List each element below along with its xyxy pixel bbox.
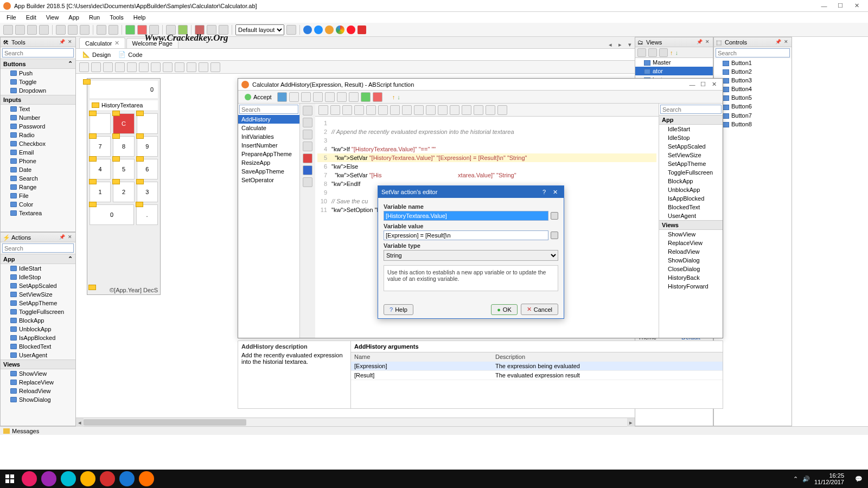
ct-format-icon[interactable]	[486, 105, 495, 115]
fw-arrow-up-icon[interactable]: ↑	[392, 94, 395, 100]
list-item[interactable]: Color	[1, 200, 75, 209]
list-item[interactable]: Button7	[714, 111, 792, 120]
calc-button[interactable]: 0	[90, 204, 134, 225]
dialog-ok-button[interactable]: ●OK	[491, 304, 518, 315]
list-item[interactable]: Button2	[714, 67, 792, 76]
list-item[interactable]: Button3	[714, 76, 792, 85]
fw-new-icon[interactable]	[289, 92, 299, 102]
arg-row[interactable]: [Result]The evaluated expression result	[351, 371, 723, 380]
taskbar-app4-icon[interactable]	[80, 471, 95, 486]
calc-button[interactable]: .	[136, 204, 158, 225]
list-item[interactable]: Phone	[1, 157, 75, 165]
tb-android-icon[interactable]	[178, 25, 188, 35]
calc-button[interactable]: C	[113, 113, 134, 134]
ct-undo-icon[interactable]	[426, 105, 436, 115]
list-item[interactable]: Password	[1, 122, 75, 131]
list-item[interactable]: ShowView	[1, 369, 75, 378]
palette-item[interactable]: UnblockApp	[659, 185, 723, 194]
dt-align2-icon[interactable]	[151, 62, 161, 72]
tb-redo-icon[interactable]	[108, 25, 118, 35]
dialog-help-icon[interactable]: ?	[539, 189, 550, 195]
palette-item[interactable]: BlockApp	[659, 177, 723, 185]
actions-pin-icon[interactable]: 📌	[59, 234, 65, 241]
list-item[interactable]: Button4	[714, 85, 792, 93]
dt-grid-icon[interactable]	[91, 62, 101, 72]
tab-nav-left-icon[interactable]: ◂	[605, 41, 615, 48]
mi-word-icon[interactable]	[303, 165, 312, 175]
ct-comment-icon[interactable]	[378, 105, 388, 115]
tb-open-icon[interactable]	[15, 25, 25, 35]
controls-close-icon[interactable]: ✕	[783, 39, 789, 46]
list-item[interactable]: UserAgent	[1, 351, 75, 359]
mi-book-icon[interactable]	[303, 106, 312, 115]
taskbar-app1-icon[interactable]	[22, 471, 37, 486]
tab-nav-right-icon[interactable]: ▸	[615, 41, 625, 48]
firefox-icon[interactable]	[325, 25, 334, 34]
fw-up-icon[interactable]	[325, 92, 335, 102]
dt-align3-icon[interactable]	[163, 62, 173, 72]
var-value-input[interactable]	[384, 230, 548, 240]
tb-globe-icon[interactable]	[207, 25, 216, 35]
h-scrollbar[interactable]: ◂▸	[76, 418, 635, 426]
tb-paste-icon[interactable]	[80, 25, 90, 35]
ct-open-icon[interactable]	[318, 105, 328, 115]
list-item[interactable]: BlockedText	[1, 342, 75, 351]
list-item[interactable]: SetViewSize	[1, 290, 75, 299]
ct-save-icon[interactable]	[330, 105, 340, 115]
function-item[interactable]: InsertNumber	[238, 141, 299, 150]
actions-app-group[interactable]: App⌃	[1, 254, 75, 264]
calc-button[interactable]: 3	[137, 182, 158, 202]
fw-add-icon[interactable]	[361, 92, 371, 102]
palette-item[interactable]: SetViewSize	[659, 151, 723, 159]
ct-print-icon[interactable]	[342, 105, 352, 115]
list-item[interactable]: Email	[1, 148, 75, 157]
list-item[interactable]: Text	[1, 105, 75, 113]
var-name-input[interactable]	[384, 211, 548, 221]
function-item[interactable]: InitVariables	[238, 132, 299, 141]
tb-settings-icon[interactable]	[219, 25, 228, 35]
taskbar-app3-icon[interactable]	[61, 471, 76, 486]
taskbar-app6-icon[interactable]	[119, 471, 135, 486]
actions-views-group[interactable]: Views	[1, 359, 75, 369]
palette-search[interactable]	[660, 105, 722, 114]
dialog-help-button[interactable]: ?Help	[384, 304, 413, 315]
list-item[interactable]: Toggle	[1, 78, 75, 86]
tab-close-icon[interactable]: ✕	[114, 40, 119, 47]
palette-item[interactable]: CloseDialog	[659, 265, 723, 273]
layout-select[interactable]: Default layout	[235, 24, 284, 35]
ct-copy-icon[interactable]	[402, 105, 412, 115]
vivaldi-icon[interactable]	[358, 25, 366, 34]
ct-redo-icon[interactable]	[438, 105, 448, 115]
ie-icon[interactable]	[314, 25, 323, 34]
accept-button[interactable]: Accept	[241, 93, 275, 101]
var-value-browse-icon[interactable]	[551, 232, 558, 239]
function-item[interactable]: Calculate	[238, 124, 299, 132]
palette-item[interactable]: BlockedText	[659, 203, 723, 211]
tray-volume-icon[interactable]: 🔊	[802, 476, 810, 483]
func-min-icon[interactable]: —	[687, 81, 698, 88]
ct-bookmark-icon[interactable]	[450, 105, 459, 115]
list-item[interactable]: Button6	[714, 102, 792, 111]
fw-del-icon[interactable]	[313, 92, 323, 102]
view-dup-icon[interactable]	[648, 48, 657, 57]
menu-edit[interactable]: Edit	[22, 13, 41, 22]
taskbar-clock[interactable]: 16:2511/12/2017	[814, 472, 847, 485]
menu-app[interactable]: App	[64, 13, 84, 22]
tb-layout-save-icon[interactable]	[286, 25, 296, 35]
palette-item[interactable]: ReloadView	[659, 247, 723, 256]
dt-lock-icon[interactable]	[115, 62, 125, 72]
calc-button[interactable]: 8	[113, 136, 134, 157]
taskbar-app7-icon[interactable]	[139, 471, 154, 486]
tb-files-icon[interactable]	[195, 25, 205, 35]
list-item[interactable]: BlockApp	[1, 316, 75, 325]
tb-new-icon[interactable]	[3, 25, 13, 35]
view-item[interactable]: ator	[635, 67, 713, 75]
minimize-button[interactable]: —	[816, 3, 832, 9]
menu-help[interactable]: Help	[129, 13, 150, 22]
tb-run-icon[interactable]	[125, 25, 135, 35]
menu-view[interactable]: View	[42, 13, 63, 22]
actions-close-icon[interactable]: ✕	[67, 234, 73, 241]
view-down-icon[interactable]: ↓	[675, 49, 679, 56]
arg-row[interactable]: [Expression]The expression being evaluat…	[351, 362, 723, 371]
tools-buttons-group[interactable]: Buttons⌃	[1, 59, 75, 69]
